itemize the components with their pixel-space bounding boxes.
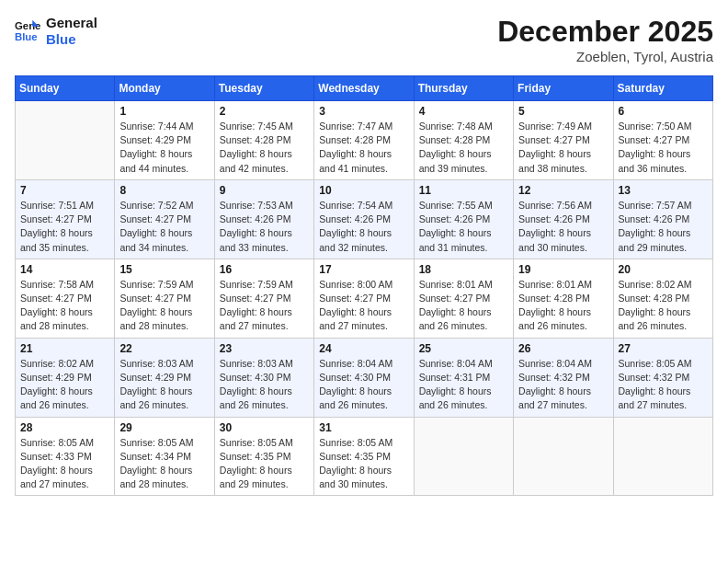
- calendar-cell: 1 Sunrise: 7:44 AM Sunset: 4:29 PM Dayli…: [115, 101, 214, 180]
- day-info: Sunrise: 7:59 AM Sunset: 4:27 PM Dayligh…: [220, 278, 309, 334]
- calendar-cell: 26 Sunrise: 8:04 AM Sunset: 4:32 PM Dayl…: [514, 338, 613, 417]
- day-number: 8: [119, 184, 209, 197]
- day-info: Sunrise: 7:55 AM Sunset: 4:26 PM Dayligh…: [419, 199, 508, 255]
- day-info: Sunrise: 8:05 AM Sunset: 4:33 PM Dayligh…: [20, 436, 109, 492]
- calendar-cell: 22 Sunrise: 8:03 AM Sunset: 4:29 PM Dayl…: [115, 338, 214, 417]
- calendar-cell: 23 Sunrise: 8:03 AM Sunset: 4:30 PM Dayl…: [214, 338, 313, 417]
- calendar-cell: 4 Sunrise: 7:48 AM Sunset: 4:28 PM Dayli…: [414, 101, 513, 180]
- day-info: Sunrise: 7:54 AM Sunset: 4:26 PM Dayligh…: [319, 199, 408, 255]
- day-info: Sunrise: 8:02 AM Sunset: 4:28 PM Dayligh…: [619, 278, 708, 334]
- calendar-cell: 14 Sunrise: 7:58 AM Sunset: 4:27 PM Dayl…: [16, 259, 115, 338]
- day-info: Sunrise: 7:56 AM Sunset: 4:26 PM Dayligh…: [518, 199, 608, 255]
- calendar-table: SundayMondayTuesdayWednesdayThursdayFrid…: [15, 75, 713, 496]
- day-number: 23: [220, 342, 309, 355]
- day-info: Sunrise: 7:47 AM Sunset: 4:28 PM Dayligh…: [319, 120, 408, 176]
- logo-icon: General Blue: [15, 18, 40, 44]
- day-number: 10: [319, 184, 408, 197]
- day-number: 24: [319, 342, 408, 355]
- calendar-cell: 30 Sunrise: 8:05 AM Sunset: 4:35 PM Dayl…: [214, 417, 313, 496]
- day-info: Sunrise: 7:50 AM Sunset: 4:27 PM Dayligh…: [619, 120, 708, 176]
- day-info: Sunrise: 8:05 AM Sunset: 4:35 PM Dayligh…: [220, 436, 309, 492]
- day-number: 3: [319, 105, 408, 118]
- day-number: 16: [220, 263, 309, 276]
- calendar-cell: 21 Sunrise: 8:02 AM Sunset: 4:29 PM Dayl…: [16, 338, 115, 417]
- calendar-cell: 27 Sunrise: 8:05 AM Sunset: 4:32 PM Dayl…: [613, 338, 712, 417]
- day-info: Sunrise: 7:52 AM Sunset: 4:27 PM Dayligh…: [119, 199, 209, 255]
- day-number: 26: [518, 342, 608, 355]
- calendar-cell: 12 Sunrise: 7:56 AM Sunset: 4:26 PM Dayl…: [514, 179, 613, 259]
- logo: General Blue General Blue: [15, 15, 97, 48]
- col-header-tuesday: Tuesday: [214, 76, 313, 101]
- day-info: Sunrise: 8:05 AM Sunset: 4:34 PM Dayligh…: [119, 436, 209, 492]
- logo-general: General: [46, 15, 97, 31]
- day-info: Sunrise: 8:05 AM Sunset: 4:32 PM Dayligh…: [619, 357, 708, 413]
- col-header-thursday: Thursday: [414, 76, 513, 101]
- day-info: Sunrise: 8:01 AM Sunset: 4:28 PM Dayligh…: [518, 278, 608, 334]
- day-info: Sunrise: 7:44 AM Sunset: 4:29 PM Dayligh…: [119, 120, 209, 176]
- day-number: 30: [220, 421, 309, 434]
- day-info: Sunrise: 8:02 AM Sunset: 4:29 PM Dayligh…: [20, 357, 109, 413]
- day-info: Sunrise: 7:49 AM Sunset: 4:27 PM Dayligh…: [518, 120, 608, 176]
- calendar-cell: 18 Sunrise: 8:01 AM Sunset: 4:27 PM Dayl…: [414, 259, 513, 338]
- calendar-cell: 15 Sunrise: 7:59 AM Sunset: 4:27 PM Dayl…: [115, 259, 214, 338]
- calendar-cell: 13 Sunrise: 7:57 AM Sunset: 4:26 PM Dayl…: [613, 179, 712, 259]
- calendar-cell: 19 Sunrise: 8:01 AM Sunset: 4:28 PM Dayl…: [514, 259, 613, 338]
- day-number: 27: [619, 342, 708, 355]
- day-number: 4: [419, 105, 508, 118]
- day-info: Sunrise: 7:58 AM Sunset: 4:27 PM Dayligh…: [20, 278, 109, 334]
- svg-text:Blue: Blue: [15, 31, 38, 42]
- calendar-cell: 5 Sunrise: 7:49 AM Sunset: 4:27 PM Dayli…: [514, 101, 613, 180]
- day-number: 31: [319, 421, 408, 434]
- calendar-cell: 29 Sunrise: 8:05 AM Sunset: 4:34 PM Dayl…: [115, 417, 214, 496]
- day-info: Sunrise: 8:00 AM Sunset: 4:27 PM Dayligh…: [319, 278, 408, 334]
- calendar-cell: 9 Sunrise: 7:53 AM Sunset: 4:26 PM Dayli…: [214, 179, 313, 259]
- calendar-cell: 8 Sunrise: 7:52 AM Sunset: 4:27 PM Dayli…: [115, 179, 214, 259]
- logo-blue: Blue: [46, 31, 97, 48]
- calendar-cell: 7 Sunrise: 7:51 AM Sunset: 4:27 PM Dayli…: [16, 179, 115, 259]
- day-number: 20: [619, 263, 708, 276]
- day-number: 2: [220, 105, 309, 118]
- day-info: Sunrise: 7:57 AM Sunset: 4:26 PM Dayligh…: [619, 199, 708, 255]
- title-block: December 2025 Zoeblen, Tyrol, Austria: [497, 15, 713, 64]
- col-header-sunday: Sunday: [16, 76, 115, 101]
- day-number: 18: [419, 263, 508, 276]
- day-number: 11: [419, 184, 508, 197]
- day-number: 22: [119, 342, 209, 355]
- day-number: 13: [619, 184, 708, 197]
- calendar-cell: 28 Sunrise: 8:05 AM Sunset: 4:33 PM Dayl…: [16, 417, 115, 496]
- day-info: Sunrise: 7:45 AM Sunset: 4:28 PM Dayligh…: [220, 120, 309, 176]
- day-info: Sunrise: 7:51 AM Sunset: 4:27 PM Dayligh…: [20, 199, 109, 255]
- day-info: Sunrise: 8:05 AM Sunset: 4:35 PM Dayligh…: [319, 436, 408, 492]
- day-number: 25: [419, 342, 508, 355]
- calendar-cell: [514, 417, 613, 496]
- day-info: Sunrise: 7:59 AM Sunset: 4:27 PM Dayligh…: [119, 278, 209, 334]
- day-number: 12: [518, 184, 608, 197]
- day-info: Sunrise: 7:48 AM Sunset: 4:28 PM Dayligh…: [419, 120, 508, 176]
- day-number: 9: [220, 184, 309, 197]
- day-number: 6: [619, 105, 708, 118]
- page-header: General Blue General Blue December 2025 …: [15, 15, 713, 64]
- day-number: 21: [20, 342, 109, 355]
- day-info: Sunrise: 8:04 AM Sunset: 4:30 PM Dayligh…: [319, 357, 408, 413]
- calendar-cell: [16, 101, 115, 180]
- day-number: 1: [119, 105, 209, 118]
- calendar-cell: 3 Sunrise: 7:47 AM Sunset: 4:28 PM Dayli…: [314, 101, 414, 180]
- calendar-cell: 31 Sunrise: 8:05 AM Sunset: 4:35 PM Dayl…: [314, 417, 414, 496]
- month-year: December 2025: [497, 15, 713, 49]
- location: Zoeblen, Tyrol, Austria: [497, 49, 713, 64]
- calendar-cell: 10 Sunrise: 7:54 AM Sunset: 4:26 PM Dayl…: [314, 179, 414, 259]
- calendar-cell: 20 Sunrise: 8:02 AM Sunset: 4:28 PM Dayl…: [613, 259, 712, 338]
- col-header-friday: Friday: [514, 76, 613, 101]
- calendar-cell: 16 Sunrise: 7:59 AM Sunset: 4:27 PM Dayl…: [214, 259, 313, 338]
- day-info: Sunrise: 8:04 AM Sunset: 4:32 PM Dayligh…: [518, 357, 608, 413]
- day-info: Sunrise: 8:01 AM Sunset: 4:27 PM Dayligh…: [419, 278, 508, 334]
- day-number: 28: [20, 421, 109, 434]
- day-number: 19: [518, 263, 608, 276]
- day-number: 15: [119, 263, 209, 276]
- calendar-cell: 24 Sunrise: 8:04 AM Sunset: 4:30 PM Dayl…: [314, 338, 414, 417]
- day-info: Sunrise: 8:03 AM Sunset: 4:30 PM Dayligh…: [220, 357, 309, 413]
- day-number: 17: [319, 263, 408, 276]
- day-info: Sunrise: 8:04 AM Sunset: 4:31 PM Dayligh…: [419, 357, 508, 413]
- day-info: Sunrise: 7:53 AM Sunset: 4:26 PM Dayligh…: [220, 199, 309, 255]
- col-header-saturday: Saturday: [613, 76, 712, 101]
